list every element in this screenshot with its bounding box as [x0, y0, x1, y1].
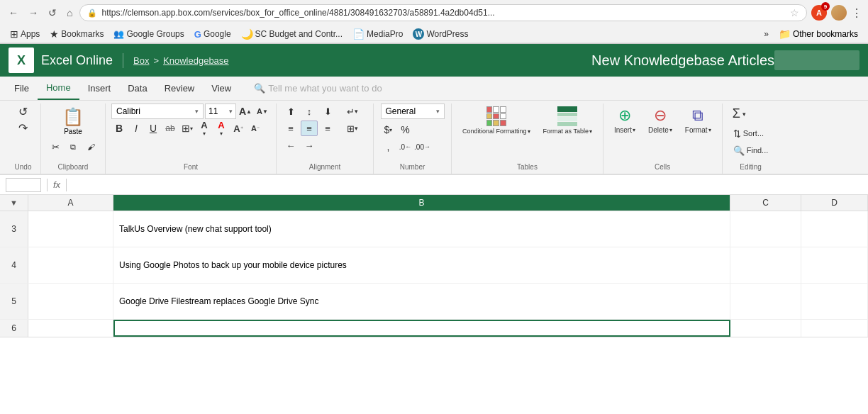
- align-right-icon: ≡: [325, 123, 330, 134]
- extension-icon[interactable]: A 9: [811, 5, 827, 21]
- align-center-button[interactable]: ≡: [301, 121, 318, 136]
- bookmark-sc-budget[interactable]: 🌙 SC Budget and Contr...: [237, 27, 347, 41]
- italic-button[interactable]: I: [128, 121, 144, 136]
- cell-a4[interactable]: [28, 247, 113, 283]
- breadcrumb-root[interactable]: Box: [133, 55, 149, 66]
- row-number[interactable]: 6: [0, 320, 28, 337]
- col-header-c[interactable]: C: [730, 195, 801, 211]
- comma-button[interactable]: ,: [381, 139, 396, 155]
- bold-button[interactable]: B: [111, 121, 127, 136]
- other-bookmarks[interactable]: 📁 Other bookmarks: [774, 27, 862, 41]
- profile-icon[interactable]: [831, 5, 847, 21]
- cut-button[interactable]: ✂: [47, 139, 64, 155]
- cell-a5[interactable]: [28, 284, 113, 319]
- row-number[interactable]: 4: [0, 247, 28, 283]
- borders-button[interactable]: ⊞ ▾: [179, 121, 195, 136]
- row-number[interactable]: 5: [0, 284, 28, 319]
- cell-c3[interactable]: [730, 211, 801, 247]
- cell-d4[interactable]: [801, 247, 868, 283]
- font-size-selector[interactable]: 11 ▾: [205, 103, 236, 119]
- strikethrough-button[interactable]: ab: [162, 121, 178, 136]
- number-format-selector[interactable]: General ▾: [381, 103, 445, 119]
- increase-font-size-button[interactable]: A ▲: [238, 103, 253, 119]
- font-name-selector[interactable]: Calibri ▾: [111, 103, 204, 119]
- paste-button[interactable]: 📋 Paste: [57, 103, 89, 139]
- cell-c6[interactable]: [730, 320, 801, 337]
- cell-a3[interactable]: [28, 211, 113, 247]
- formula-input[interactable]: [72, 180, 862, 190]
- col-header-d[interactable]: D: [801, 195, 868, 211]
- cell-c4[interactable]: [730, 247, 801, 283]
- cell-d5[interactable]: [801, 284, 868, 319]
- sum-button[interactable]: Σ ▾: [728, 103, 774, 124]
- cell-c5[interactable]: [730, 284, 801, 319]
- merge-cells-button[interactable]: ⊞ ▾: [338, 121, 367, 136]
- cell-b5[interactable]: Google Drive Filestream replaces Google …: [113, 284, 730, 319]
- bookmark-google-groups[interactable]: 👥 Google Groups: [109, 28, 188, 40]
- sort-button[interactable]: ⇅ Sort...: [728, 125, 774, 141]
- conditional-formatting-button[interactable]: Conditional Formatting ▾: [457, 103, 535, 138]
- increase-decimal-button[interactable]: .00 →: [415, 139, 430, 155]
- font-color-button[interactable]: A ▾: [213, 121, 229, 136]
- font-group: Calibri ▾ 11 ▾ A ▲ A ▼ B: [106, 103, 277, 174]
- bookmark-google[interactable]: G Google: [190, 28, 235, 41]
- align-left-button[interactable]: ≡: [282, 121, 299, 136]
- format-as-table-button[interactable]: Format as Table ▾: [538, 103, 597, 138]
- tab-data[interactable]: Data: [119, 77, 155, 99]
- share-button[interactable]: [774, 50, 859, 70]
- copy-button[interactable]: ⧉: [65, 139, 82, 155]
- increase-indent-button[interactable]: A ⁺: [230, 121, 246, 136]
- percent-button[interactable]: %: [398, 122, 413, 138]
- format-painter-button[interactable]: 🖌: [82, 139, 99, 155]
- format-cells-button[interactable]: ⧉ Format ▾: [680, 103, 716, 137]
- cell-d6[interactable]: [801, 320, 868, 337]
- tell-me-box[interactable]: 🔍 Tell me what you want to do: [254, 83, 382, 94]
- tab-file[interactable]: File: [6, 77, 38, 99]
- decrease-indent-button[interactable]: A ⁻: [247, 121, 263, 136]
- align-right-button[interactable]: ≡: [319, 121, 336, 136]
- bookmark-apps[interactable]: ⊞ Apps: [6, 27, 44, 41]
- forward-button[interactable]: →: [26, 6, 41, 20]
- tab-review[interactable]: Review: [156, 77, 204, 99]
- underline-button[interactable]: U: [145, 121, 161, 136]
- align-bottom-button[interactable]: ⬇: [319, 103, 336, 119]
- cell-a6[interactable]: [28, 320, 113, 337]
- fill-color-button[interactable]: A ▾: [196, 121, 212, 136]
- increase-indent-btn[interactable]: →: [301, 138, 318, 153]
- tab-view[interactable]: View: [203, 77, 240, 99]
- wrap-text-button[interactable]: ↵ ▾: [338, 103, 367, 119]
- decrease-indent-btn[interactable]: ←: [282, 138, 299, 153]
- address-bar[interactable]: 🔒 https://clemson.app.box.com/services/b…: [79, 4, 807, 21]
- cell-b4[interactable]: Using Google Photos to back up your mobi…: [113, 247, 730, 283]
- decrease-font-size-button[interactable]: A ▼: [255, 103, 270, 119]
- browser-menu-button[interactable]: ⋮: [851, 6, 862, 20]
- bookmark-wordpress[interactable]: W WordPress: [408, 27, 472, 41]
- redo-button[interactable]: ↷: [15, 120, 32, 135]
- find-button[interactable]: 🔍 Find...: [728, 142, 774, 158]
- row-number[interactable]: 3: [0, 211, 28, 247]
- col-header-b[interactable]: B: [113, 195, 730, 211]
- tab-home[interactable]: Home: [38, 77, 79, 100]
- bookmarks-more-button[interactable]: »: [760, 28, 773, 40]
- cell-d3[interactable]: [801, 211, 868, 247]
- col-header-a[interactable]: A: [28, 195, 113, 211]
- insert-cells-button[interactable]: ⊕ Insert ▾: [609, 103, 640, 137]
- delete-cells-button[interactable]: ⊖ Delete ▾: [643, 103, 677, 137]
- bookmark-bookmarks[interactable]: ★ Bookmarks: [45, 27, 108, 41]
- reload-button[interactable]: ↺: [45, 6, 60, 20]
- cell-b3[interactable]: TalkUs Overview (new chat support tool): [113, 211, 730, 247]
- select-all-button[interactable]: ▼: [10, 198, 18, 207]
- align-middle-button[interactable]: ↕: [301, 103, 318, 119]
- bookmark-star-button[interactable]: ☆: [790, 7, 799, 18]
- bookmark-mediapro[interactable]: 📄 MediaPro: [348, 27, 407, 41]
- breadcrumb-child[interactable]: Knowledgebase: [163, 55, 229, 66]
- cell-reference-input[interactable]: [6, 178, 41, 192]
- home-button[interactable]: ⌂: [64, 6, 75, 20]
- undo-button[interactable]: ↺: [15, 103, 32, 119]
- back-button[interactable]: ←: [6, 6, 21, 20]
- decrease-decimal-button[interactable]: .0 ←: [398, 139, 413, 155]
- tab-insert[interactable]: Insert: [79, 77, 120, 99]
- align-top-button[interactable]: ⬆: [282, 103, 299, 119]
- cell-b6[interactable]: [113, 320, 730, 337]
- currency-button[interactable]: $ ▾: [381, 122, 396, 138]
